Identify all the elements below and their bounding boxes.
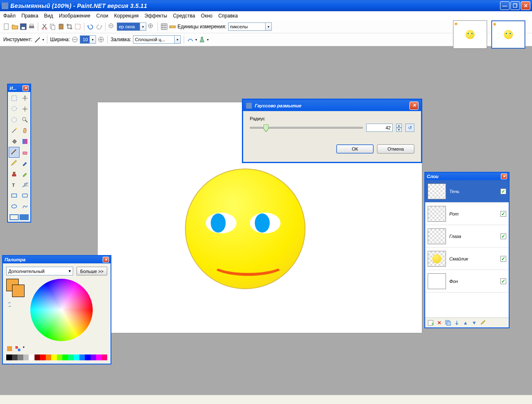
strip-color[interactable] — [91, 354, 96, 360]
color-wheel[interactable] — [30, 279, 93, 341]
tool-ellipse-select[interactable] — [9, 114, 20, 125]
strip-color[interactable] — [6, 354, 12, 360]
strip-color[interactable] — [46, 354, 52, 360]
palette-more-button[interactable]: Больше >> — [76, 267, 107, 275]
menu-window[interactable]: Окно — [201, 13, 212, 19]
layers-window[interactable]: Слои ✕ Тень✓Рот✓Глаза✓Смайлик✓Фон✓ + ✕ ▲… — [424, 172, 510, 328]
palette-titlebar[interactable]: Палитра ✕ — [3, 256, 111, 263]
layer-row[interactable]: Тень✓ — [425, 180, 509, 203]
layer-add-button[interactable]: + — [427, 319, 434, 327]
close-button[interactable]: ✕ — [521, 1, 530, 10]
shape-fill-icon[interactable] — [20, 214, 29, 220]
strip-color[interactable] — [34, 354, 40, 360]
layer-merge-button[interactable] — [453, 319, 461, 327]
tool-move-selection[interactable] — [20, 93, 30, 104]
grid-icon[interactable] — [161, 23, 167, 30]
layer-row[interactable]: Фон✓ — [425, 270, 509, 292]
print-icon[interactable] — [28, 23, 35, 30]
tool-recolor[interactable] — [20, 169, 30, 179]
units-dropdown-button[interactable]: ▾ — [266, 22, 272, 31]
width-combo[interactable]: ▾ — [80, 35, 96, 44]
width-increase-icon[interactable] — [98, 36, 104, 43]
doc-thumb-2[interactable]: ✱ — [491, 20, 525, 49]
ok-button[interactable]: ОК — [336, 144, 374, 154]
flask-icon[interactable] — [199, 36, 205, 43]
strip-color[interactable] — [57, 354, 63, 360]
fill-input[interactable] — [133, 35, 175, 44]
tool-move-pixels[interactable] — [20, 104, 30, 114]
layer-row[interactable]: Рот✓ — [425, 203, 509, 225]
width-decrease-icon[interactable] — [71, 36, 78, 43]
units-combo[interactable]: ▾ — [228, 22, 272, 31]
strip-color[interactable] — [85, 354, 91, 360]
strip-color[interactable] — [62, 354, 68, 360]
curve-icon[interactable] — [187, 36, 194, 43]
cut-icon[interactable] — [41, 23, 48, 30]
strip-color[interactable] — [23, 354, 29, 360]
radius-reset-button[interactable]: ↺ — [405, 124, 414, 132]
zoom-input[interactable] — [117, 22, 140, 31]
ruler-icon[interactable] — [169, 23, 176, 30]
layer-row[interactable]: Глаза✓ — [425, 225, 509, 248]
layer-visibility-checkbox[interactable]: ✓ — [500, 188, 506, 194]
layer-down-button[interactable]: ▼ — [470, 319, 478, 327]
strip-color[interactable] — [68, 354, 74, 360]
tool-lasso[interactable] — [9, 104, 20, 114]
shape-outline-icon[interactable] — [10, 214, 19, 220]
add-palette-icon[interactable] — [6, 345, 13, 352]
menu-image[interactable]: Изображение — [59, 13, 91, 19]
fill-dropdown-button[interactable]: ▾ — [175, 35, 181, 44]
undo-icon[interactable] — [87, 23, 94, 30]
radius-input[interactable] — [366, 124, 393, 132]
tool-gradient[interactable] — [20, 136, 30, 147]
tool-pan[interactable] — [20, 125, 30, 136]
color-swatches[interactable] — [6, 279, 27, 300]
menu-adjust[interactable]: Коррекция — [114, 13, 139, 19]
maximize-button[interactable]: ❐ — [510, 1, 520, 10]
doc-thumb-1[interactable]: ✱ — [453, 20, 487, 49]
tool-ellipse[interactable] — [9, 201, 20, 212]
tool-rounded-rect[interactable] — [20, 190, 30, 201]
tool-eraser[interactable] — [20, 147, 30, 158]
menu-tools[interactable]: Средства — [173, 13, 195, 19]
tool-line[interactable]: 1/2 — [20, 179, 30, 190]
new-icon[interactable] — [3, 23, 10, 30]
layer-duplicate-button[interactable] — [444, 319, 452, 327]
copy-icon[interactable] — [49, 23, 56, 30]
swap-colors-icon[interactable] — [6, 301, 13, 308]
zoom-in-icon[interactable] — [148, 23, 155, 30]
menu-effects[interactable]: Эффекты — [145, 13, 167, 19]
tools-titlebar[interactable]: И... ✕ — [8, 84, 30, 92]
layers-titlebar[interactable]: Слои ✕ — [425, 173, 509, 180]
flask-dropdown-icon[interactable]: ▾ — [207, 38, 209, 42]
strip-color[interactable] — [74, 354, 79, 360]
curve-dropdown-icon[interactable]: ▾ — [195, 38, 197, 42]
brush-tool-icon[interactable] — [34, 36, 41, 43]
strip-color[interactable] — [51, 354, 57, 360]
tool-bucket[interactable] — [9, 136, 20, 147]
palette-mode-combo[interactable]: Дополнительный ▾ — [6, 267, 73, 275]
palette-close-button[interactable]: ✕ — [103, 257, 109, 263]
strip-color[interactable] — [40, 354, 46, 360]
secondary-color-swatch[interactable] — [12, 285, 25, 297]
strip-color[interactable] — [102, 354, 108, 360]
zoom-dropdown-button[interactable]: ▾ — [140, 22, 146, 31]
layer-properties-button[interactable] — [479, 319, 487, 327]
radius-spin-up[interactable]: ▴ — [396, 124, 402, 128]
layer-up-button[interactable]: ▲ — [462, 319, 469, 327]
slider-thumb[interactable] — [264, 124, 268, 132]
layer-visibility-checkbox[interactable]: ✓ — [500, 256, 506, 262]
menu-edit[interactable]: Правка — [22, 13, 39, 19]
layer-visibility-checkbox[interactable]: ✓ — [500, 233, 506, 239]
tool-eyedropper[interactable] — [20, 158, 30, 169]
tool-pencil[interactable] — [9, 158, 20, 169]
width-dropdown-button[interactable]: ▾ — [90, 35, 96, 44]
zoom-out-icon[interactable] — [108, 23, 115, 30]
deselect-icon[interactable] — [74, 23, 81, 30]
layers-close-button[interactable]: ✕ — [501, 173, 507, 179]
dialog-close-button[interactable]: ✕ — [409, 102, 419, 110]
strip-color[interactable] — [79, 354, 85, 360]
radius-slider[interactable] — [250, 127, 363, 129]
strip-color[interactable] — [96, 354, 102, 360]
tools-window[interactable]: И... ✕ T 1/2 — [7, 84, 31, 223]
